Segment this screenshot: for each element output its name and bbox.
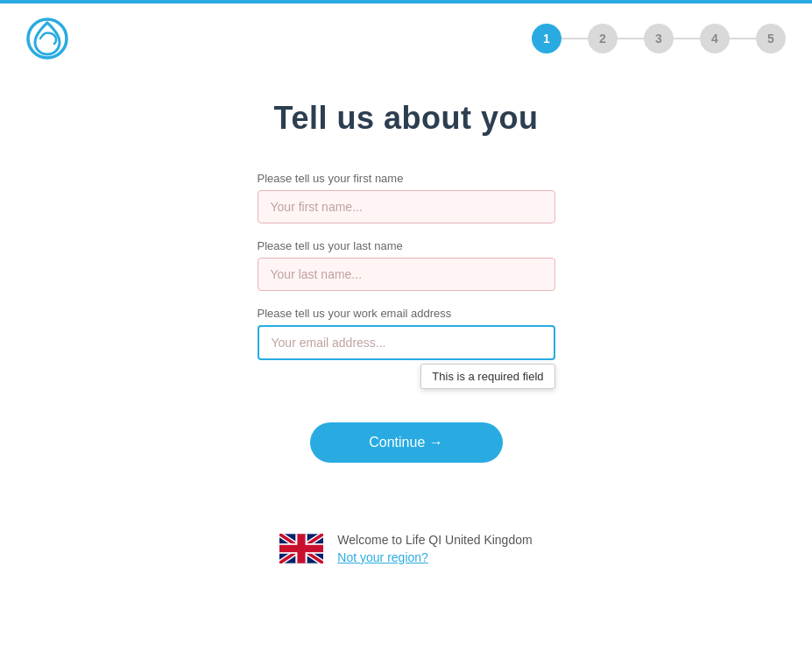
last-name-field-group: Please tell us your last name xyxy=(258,239,555,291)
logo-icon xyxy=(26,18,68,60)
form-container: Please tell us your first name Please te… xyxy=(258,172,555,405)
continue-button[interactable]: Continue → xyxy=(310,422,503,463)
region-section: Welcome to Life QI United Kingdom Not yo… xyxy=(262,533,549,564)
uk-flag-icon xyxy=(279,534,323,563)
step-connector-1 xyxy=(561,38,588,39)
last-name-input[interactable] xyxy=(258,258,555,291)
svg-point-0 xyxy=(28,19,67,58)
step-circle-3: 3 xyxy=(644,24,674,53)
email-field-group: Please tell us your work email address T… xyxy=(258,307,555,389)
form-and-button: Please tell us your first name Please te… xyxy=(258,172,555,463)
step-circle-2: 2 xyxy=(588,24,618,53)
step-item-1: 1 xyxy=(532,24,561,53)
region-text: Welcome to Life QI United Kingdom Not yo… xyxy=(337,533,532,564)
step-connector-3 xyxy=(674,38,700,39)
main-content: Tell us about you Please tell us your fi… xyxy=(0,74,812,564)
step-connector-2 xyxy=(618,38,644,39)
svg-rect-9 xyxy=(279,545,323,552)
email-label: Please tell us your work email address xyxy=(258,307,555,320)
step-circle-4: 4 xyxy=(700,24,730,53)
header: 1 2 3 4 5 xyxy=(0,4,812,74)
step-indicators: 1 2 3 4 5 xyxy=(532,24,786,53)
first-name-input[interactable] xyxy=(258,190,555,223)
step-circle-1: 1 xyxy=(532,24,561,53)
step-circle-5: 5 xyxy=(756,24,786,53)
step-item-2: 2 xyxy=(588,24,618,53)
page-title: Tell us about you xyxy=(274,100,539,137)
first-name-label: Please tell us your first name xyxy=(258,172,555,185)
step-item-5: 5 xyxy=(756,24,786,53)
email-input[interactable] xyxy=(258,325,555,360)
step-item-4: 4 xyxy=(700,24,730,53)
logo-container xyxy=(26,18,68,60)
step-connector-4 xyxy=(730,38,756,39)
error-tooltip: This is a required field xyxy=(420,364,554,389)
region-welcome: Welcome to Life QI United Kingdom xyxy=(337,533,532,547)
first-name-field-group: Please tell us your first name xyxy=(258,172,555,223)
not-your-region-link[interactable]: Not your region? xyxy=(337,550,532,564)
last-name-label: Please tell us your last name xyxy=(258,239,555,252)
step-item-3: 3 xyxy=(644,24,674,53)
